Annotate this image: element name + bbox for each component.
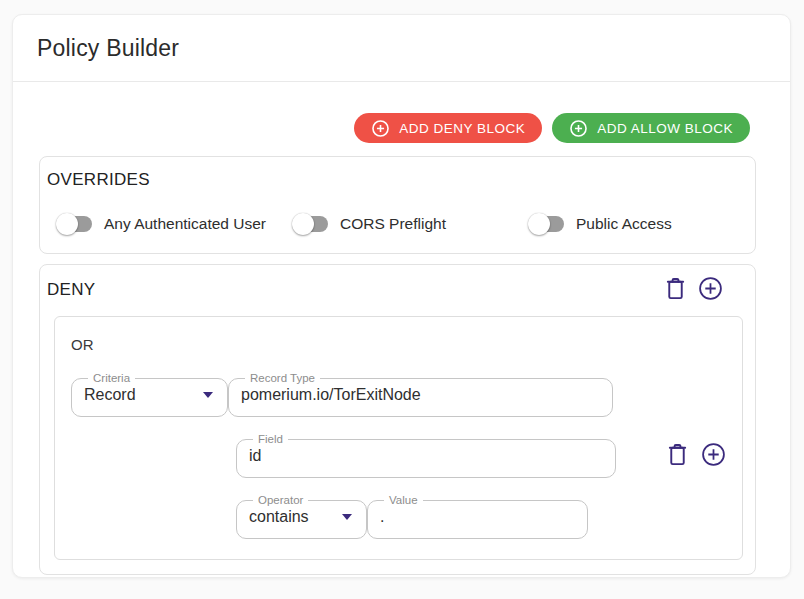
group-operator-label: OR	[71, 336, 726, 353]
field-input[interactable]: Field	[236, 434, 616, 478]
add-deny-block-label: ADD DENY BLOCK	[399, 121, 525, 136]
record-type-value[interactable]	[241, 386, 600, 404]
field-label: Criteria	[88, 373, 135, 385]
operator-select[interactable]: Operator contains	[236, 495, 367, 539]
page-title: Policy Builder	[37, 35, 179, 62]
field-label: Operator	[253, 495, 308, 507]
toggle-switch[interactable]	[56, 213, 93, 235]
toggle-any-authenticated-user: Any Authenticated User	[47, 213, 283, 235]
value-input[interactable]: Value	[367, 495, 588, 539]
deny-heading: DENY	[47, 280, 95, 300]
dropdown-caret-icon	[203, 392, 213, 398]
criteria-value: Record	[84, 386, 136, 404]
toggle-cors-preflight: CORS Preflight	[283, 213, 519, 235]
add-circle-icon	[569, 119, 588, 138]
overrides-heading: OVERRIDES	[47, 170, 747, 190]
add-allow-block-label: ADD ALLOW BLOCK	[597, 121, 733, 136]
card-body: ADD DENY BLOCK ADD ALLOW BLOCK OVERRIDES	[13, 82, 790, 591]
operator-value: contains	[249, 508, 309, 526]
field-label: Value	[384, 495, 423, 507]
trash-icon	[666, 442, 689, 470]
add-rule-button[interactable]	[701, 442, 726, 470]
dropdown-caret-icon	[342, 514, 352, 520]
delete-deny-block-button[interactable]	[664, 276, 687, 304]
add-deny-block-button[interactable]: ADD DENY BLOCK	[354, 113, 542, 143]
value-value[interactable]	[380, 508, 575, 526]
overrides-toggles-row: Any Authenticated User CORS Preflight Pu…	[47, 213, 747, 235]
deny-header: DENY	[47, 276, 743, 304]
deny-header-actions	[664, 276, 723, 304]
toggle-label: Any Authenticated User	[104, 215, 266, 233]
card-header: Policy Builder	[13, 15, 790, 82]
deny-section: DENY	[39, 264, 756, 575]
rule-actions	[666, 442, 726, 470]
delete-rule-button[interactable]	[666, 442, 689, 470]
criteria-select[interactable]: Criteria Record	[71, 373, 228, 417]
trash-icon	[664, 276, 687, 304]
toggle-label: CORS Preflight	[340, 215, 446, 233]
add-allow-block-button[interactable]: ADD ALLOW BLOCK	[552, 113, 750, 143]
add-rule-group-button[interactable]	[698, 276, 723, 304]
record-type-input[interactable]: Record Type	[228, 373, 613, 417]
add-circle-icon	[701, 442, 726, 470]
switch-thumb	[528, 213, 550, 235]
rule-group-card: OR Criteria Record Record Type	[54, 316, 743, 560]
field-row: Field	[71, 434, 726, 478]
add-circle-icon	[371, 119, 390, 138]
toggle-switch[interactable]	[292, 213, 329, 235]
overrides-section: OVERRIDES Any Authenticated User CORS Pr…	[39, 156, 756, 254]
actions-row: ADD DENY BLOCK ADD ALLOW BLOCK	[39, 113, 750, 143]
switch-thumb	[56, 213, 78, 235]
add-circle-icon	[698, 276, 723, 304]
criteria-row: Criteria Record Record Type	[71, 373, 726, 417]
policy-builder-card: Policy Builder ADD DENY BLOCK ADD ALLOW …	[12, 14, 791, 578]
toggle-label: Public Access	[576, 215, 672, 233]
toggle-switch[interactable]	[528, 213, 565, 235]
switch-thumb	[292, 213, 314, 235]
field-label: Record Type	[245, 373, 320, 385]
toggle-public-access: Public Access	[519, 213, 755, 235]
operator-row: Operator contains Value	[71, 495, 726, 539]
field-label: Field	[253, 434, 288, 446]
field-value[interactable]	[249, 447, 603, 465]
